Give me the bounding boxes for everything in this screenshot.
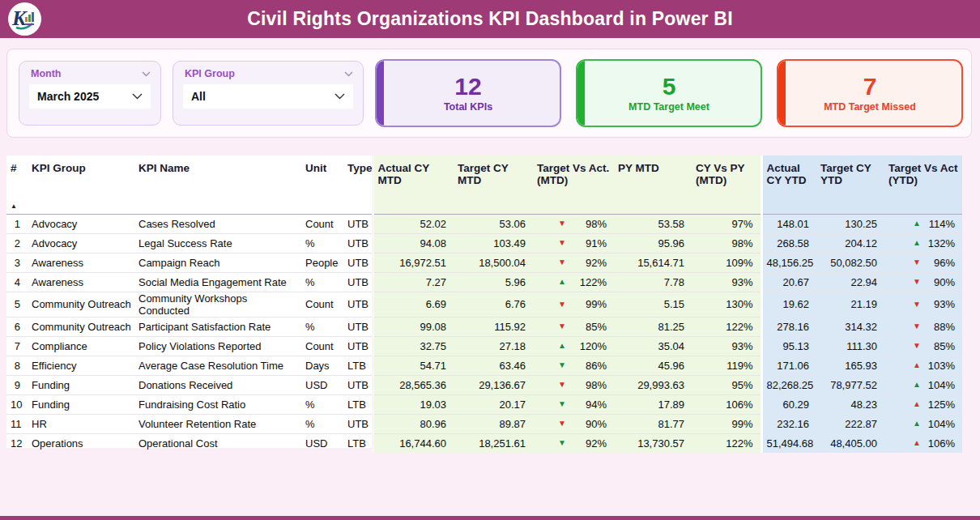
kpi-table: # ▲ KPI Group KPI Name Unit Type Actual … xyxy=(6,156,962,448)
cell-cy-vs-py-mtd: 130% xyxy=(692,292,761,317)
cell-cy-vs-py-mtd: 93% xyxy=(692,336,761,356)
cell-unit: Count xyxy=(301,292,343,317)
trend-down-icon: ▼ xyxy=(558,220,566,228)
col-header-unit[interactable]: Unit xyxy=(301,156,343,214)
cell-actual-cy-mtd: 6.69 xyxy=(373,292,454,317)
cell-target-vs-act-mtd: ▼85% xyxy=(533,317,614,336)
col-header-py-mtd[interactable]: PY MTD xyxy=(614,156,692,214)
cell-target-vs-act-mtd-pct: 99% xyxy=(586,298,607,310)
sort-ascending-icon: ▲ xyxy=(11,203,17,210)
cell-target-vs-act-mtd: ▼98% xyxy=(533,214,614,233)
cell-unit: % xyxy=(301,233,343,253)
cell-type: UTB xyxy=(343,414,373,433)
cell-unit: % xyxy=(301,272,343,292)
cell-cy-vs-py-mtd: 97% xyxy=(692,214,761,233)
kpi-group-slicer: KPI Group All xyxy=(173,61,364,126)
cell-row-number: 11 xyxy=(6,414,28,433)
cell-py-mtd: 95.96 xyxy=(614,233,692,253)
cell-kpi-name: Participant Satisfaction Rate xyxy=(134,317,301,336)
trend-down-icon: ▼ xyxy=(558,322,566,330)
col-header-index[interactable]: # ▲ xyxy=(6,156,28,214)
cell-target-vs-act-mtd-pct: 92% xyxy=(586,437,607,450)
cell-unit: Count xyxy=(301,336,343,356)
cell-target-vs-act-ytd-pct: 114% xyxy=(929,218,955,230)
cell-type: LTB xyxy=(343,356,373,375)
cell-target-vs-act-mtd-pct: 94% xyxy=(586,399,607,411)
cell-py-mtd: 35.04 xyxy=(614,336,692,356)
cell-unit: People xyxy=(301,253,343,272)
cell-actual-cy-ytd: 95.13 xyxy=(761,336,816,356)
chevron-down-icon xyxy=(142,71,151,77)
month-slicer: Month March 2025 xyxy=(19,61,161,126)
mtd-target-meet-label: MTD Target Meet xyxy=(628,101,709,113)
cell-cy-vs-py-mtd: 122% xyxy=(692,433,761,453)
cell-actual-cy-mtd: 52.02 xyxy=(373,214,454,233)
kpi-group-slicer-header[interactable]: KPI Group xyxy=(173,62,363,83)
table-row[interactable]: 9FundingDonations ReceivedUSDUTB28,565.3… xyxy=(6,375,962,394)
cell-kpi-name: Volunteer Retention Rate xyxy=(134,414,301,433)
mtd-target-missed-card[interactable]: 7 MTD Target Missed xyxy=(777,59,963,127)
cell-row-number: 1 xyxy=(6,214,28,233)
cell-target-cy-mtd: 20.17 xyxy=(454,394,533,414)
table-row[interactable]: 4AwarenessSocial Media Engagement Rate%U… xyxy=(6,272,962,292)
trend-up-icon: ▲ xyxy=(913,220,921,228)
cell-kpi-name: Community Workshops Conducted xyxy=(134,292,301,317)
cell-target-vs-act-ytd-pct: 90% xyxy=(934,276,955,288)
cell-kpi-group: Awareness xyxy=(28,253,134,272)
col-header-kpi-name[interactable]: KPI Name xyxy=(134,156,301,214)
cell-target-cy-mtd: 103.49 xyxy=(454,233,533,253)
cell-target-cy-mtd: 89.87 xyxy=(454,414,533,433)
cell-target-cy-ytd: 314.32 xyxy=(816,317,884,336)
col-header-actual-cy-ytd[interactable]: Actual CY YTD xyxy=(761,156,816,214)
col-header-actual-cy-mtd[interactable]: Actual CY MTD xyxy=(373,156,454,214)
trend-down-icon: ▼ xyxy=(558,258,566,266)
cell-cy-vs-py-mtd: 93% xyxy=(692,272,761,292)
col-header-target-cy-ytd[interactable]: Target CY YTD xyxy=(816,156,884,214)
cell-kpi-name: Legal Success Rate xyxy=(134,233,301,253)
table-row[interactable]: 7CompliancePolicy Violations ReportedCou… xyxy=(6,336,962,356)
col-header-target-vs-act-mtd[interactable]: Target Vs Act. (MTD) xyxy=(533,156,614,214)
cell-target-cy-ytd: 50,082.50 xyxy=(816,253,884,272)
cell-actual-cy-ytd: 278.16 xyxy=(761,317,816,336)
table-row[interactable]: 3AwarenessCampaign ReachPeopleUTB16,972.… xyxy=(6,253,962,272)
table-row[interactable]: 5Community OutreachCommunity Workshops C… xyxy=(6,292,962,317)
cell-actual-cy-mtd: 32.75 xyxy=(373,336,454,356)
table-row[interactable]: 6Community OutreachParticipant Satisfact… xyxy=(6,317,962,336)
trend-down-icon: ▼ xyxy=(558,439,566,447)
cell-target-vs-act-ytd: ▲104% xyxy=(884,414,962,433)
total-kpis-card[interactable]: 12 Total KPIs xyxy=(375,59,561,127)
table-row[interactable]: 11HRVolunteer Retention Rate%UTB80.9689.… xyxy=(6,414,962,433)
table-row[interactable]: 10FundingFundraising Cost Ratio%LTB19.03… xyxy=(6,394,962,414)
col-header-kpi-group[interactable]: KPI Group xyxy=(28,156,134,214)
mtd-target-meet-card[interactable]: 5 MTD Target Meet xyxy=(576,59,762,127)
cell-target-cy-mtd: 63.46 xyxy=(454,356,533,375)
col-header-target-vs-act-ytd[interactable]: Target Vs Act (YTD) xyxy=(884,156,962,214)
cell-py-mtd: 81.25 xyxy=(614,317,692,336)
col-header-cy-vs-py-mtd[interactable]: CY Vs PY (MTD) xyxy=(692,156,761,214)
table-row[interactable]: 12OperationsOperational CostUSDLTB16,744… xyxy=(6,433,962,453)
table-row[interactable]: 8EfficiencyAverage Case Resolution TimeD… xyxy=(6,356,962,375)
table-row[interactable]: 2AdvocacyLegal Success Rate%UTB94.08103.… xyxy=(6,233,962,253)
trend-up-icon: ▲ xyxy=(913,439,921,447)
trend-down-icon: ▼ xyxy=(913,322,921,330)
cell-actual-cy-ytd: 60.29 xyxy=(761,394,816,414)
table-row[interactable]: 1AdvocacyCases ResolvedCountUTB52.0253.0… xyxy=(6,214,962,233)
cell-unit: Count xyxy=(301,214,343,233)
col-header-type[interactable]: Type xyxy=(343,156,373,214)
cell-target-vs-act-mtd-pct: 120% xyxy=(580,340,607,352)
col-header-target-cy-mtd[interactable]: Target CY MTD xyxy=(454,156,533,214)
cell-target-vs-act-ytd: ▲106% xyxy=(884,433,962,453)
month-dropdown[interactable]: March 2025 xyxy=(29,84,151,109)
trend-down-icon: ▼ xyxy=(913,258,921,266)
cell-target-vs-act-mtd-pct: 86% xyxy=(586,360,607,372)
cell-actual-cy-ytd: 268.58 xyxy=(761,233,816,253)
cell-target-cy-ytd: 222.87 xyxy=(816,414,884,433)
cell-type: UTB xyxy=(343,375,373,394)
cell-target-vs-act-mtd: ▲122% xyxy=(533,272,614,292)
card-accent-bar xyxy=(577,61,585,126)
kpi-group-dropdown[interactable]: All xyxy=(183,84,353,109)
cell-target-cy-mtd: 27.18 xyxy=(454,336,533,356)
cell-target-vs-act-mtd-pct: 98% xyxy=(586,379,607,391)
month-slicer-header[interactable]: Month xyxy=(19,62,160,83)
trend-up-icon: ▲ xyxy=(913,400,921,408)
